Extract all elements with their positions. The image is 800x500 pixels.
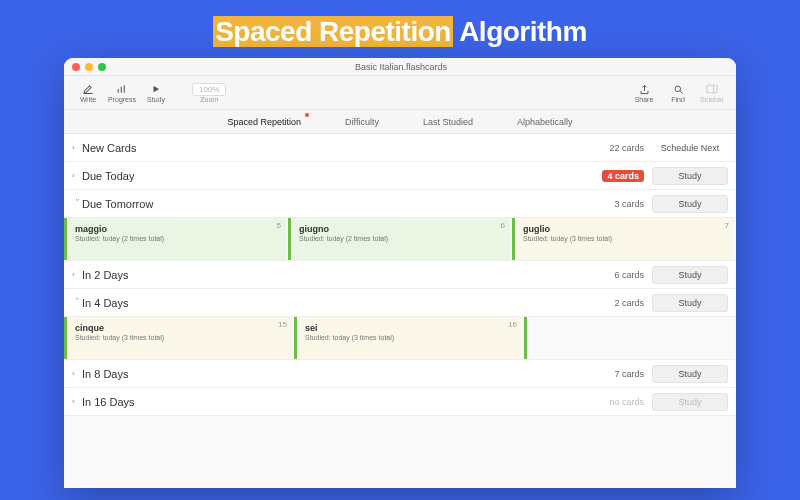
play-icon xyxy=(147,82,165,96)
flashcard[interactable]: 7 guglio Studied: today (3 times total) xyxy=(512,218,734,260)
section-in-16-days[interactable]: › In 16 Days no cards Study xyxy=(64,388,736,416)
write-button[interactable]: Write xyxy=(72,82,104,103)
study-button[interactable]: Study xyxy=(652,393,728,411)
app-window: Basic Italian.flashcards Write Progress xyxy=(64,58,736,488)
card-count: 22 cards xyxy=(609,143,644,153)
flashcard-placeholder xyxy=(524,317,736,359)
card-count: 7 cards xyxy=(614,369,644,379)
chevron-down-icon: › xyxy=(73,199,82,209)
study-button[interactable]: Study xyxy=(140,82,172,103)
svg-point-0 xyxy=(675,86,681,92)
window-title: Basic Italian.flashcards xyxy=(106,62,696,72)
notification-dot-icon xyxy=(305,113,309,117)
maximize-icon[interactable] xyxy=(98,63,106,71)
flashcard[interactable]: 5 maggio Studied: today (2 times total) xyxy=(64,218,286,260)
chevron-down-icon: › xyxy=(73,298,82,308)
flashcard[interactable]: 15 cinque Studied: today (3 times total) xyxy=(64,317,292,359)
card-count: 6 cards xyxy=(614,270,644,280)
study-button[interactable]: Study xyxy=(652,365,728,383)
section-in-2-days[interactable]: › In 2 Days 6 cards Study xyxy=(64,261,736,289)
card-count: 3 cards xyxy=(614,199,644,209)
zoom-control[interactable]: 100% Zoom xyxy=(192,83,226,103)
chevron-right-icon: › xyxy=(72,270,82,279)
toolbar: Write Progress Study 100% Zoom xyxy=(64,76,736,110)
cards-row-in-4-days: 15 cinque Studied: today (3 times total)… xyxy=(64,317,736,360)
card-count: 2 cards xyxy=(614,298,644,308)
chevron-right-icon: › xyxy=(72,171,82,180)
study-button[interactable]: Study xyxy=(652,167,728,185)
card-count-badge: 4 cards xyxy=(602,170,644,182)
content-area: › New Cards 22 cards Schedule Next › Due… xyxy=(64,134,736,488)
sort-tabs: Spaced Repetition Difficulty Last Studie… xyxy=(64,110,736,134)
svg-rect-1 xyxy=(707,85,718,93)
hero-title: Spaced Repetition Algorithm xyxy=(213,16,587,48)
chart-icon xyxy=(113,82,131,96)
chevron-right-icon: › xyxy=(72,143,82,152)
tab-alphabetically[interactable]: Alphabetically xyxy=(511,113,579,131)
schedule-next-button[interactable]: Schedule Next xyxy=(652,140,728,156)
progress-button[interactable]: Progress xyxy=(106,82,138,103)
traffic-lights xyxy=(72,63,106,71)
tab-last-studied[interactable]: Last Studied xyxy=(417,113,479,131)
sidebar-button[interactable]: Sidebar xyxy=(696,82,728,103)
titlebar: Basic Italian.flashcards xyxy=(64,58,736,76)
search-icon xyxy=(669,82,687,96)
section-due-tomorrow[interactable]: › Due Tomorrow 3 cards Study xyxy=(64,190,736,218)
sidebar-icon xyxy=(703,82,721,96)
study-button[interactable]: Study xyxy=(652,266,728,284)
pencil-icon xyxy=(79,82,97,96)
section-due-today[interactable]: › Due Today 4 cards Study xyxy=(64,162,736,190)
close-icon[interactable] xyxy=(72,63,80,71)
find-button[interactable]: Find xyxy=(662,82,694,103)
study-button[interactable]: Study xyxy=(652,294,728,312)
share-button[interactable]: Share xyxy=(628,82,660,103)
chevron-right-icon: › xyxy=(72,369,82,378)
section-in-4-days[interactable]: › In 4 Days 2 cards Study xyxy=(64,289,736,317)
tab-difficulty[interactable]: Difficulty xyxy=(339,113,385,131)
section-new-cards[interactable]: › New Cards 22 cards Schedule Next xyxy=(64,134,736,162)
tab-spaced-repetition[interactable]: Spaced Repetition xyxy=(222,113,308,131)
minimize-icon[interactable] xyxy=(85,63,93,71)
card-count: no cards xyxy=(609,397,644,407)
study-button[interactable]: Study xyxy=(652,195,728,213)
flashcard[interactable]: 16 sei Studied: today (3 times total) xyxy=(294,317,522,359)
section-in-8-days[interactable]: › In 8 Days 7 cards Study xyxy=(64,360,736,388)
chevron-right-icon: › xyxy=(72,397,82,406)
flashcard[interactable]: 6 giugno Studied: today (2 times total) xyxy=(288,218,510,260)
cards-row-tomorrow: 5 maggio Studied: today (2 times total) … xyxy=(64,218,736,261)
share-icon xyxy=(635,82,653,96)
